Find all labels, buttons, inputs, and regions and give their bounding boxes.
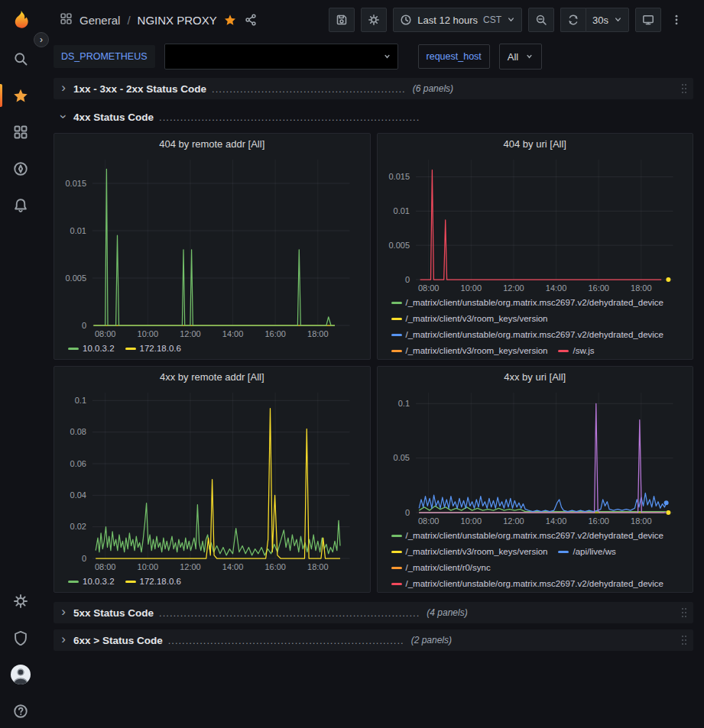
ds-prometheus-select[interactable]	[164, 44, 398, 70]
panel-title[interactable]: 4xx by remote addr [All]	[54, 367, 370, 387]
panel-grid: 404 by remote addr [All] 08:0010:0012:00…	[54, 133, 693, 593]
time-range-picker[interactable]: Last 12 hours CST	[393, 8, 522, 32]
legend-series-label: /_matrix/client/r0/sync	[406, 562, 491, 573]
legend-item[interactable]: /_matrix/client/v3/room_keys/version	[391, 313, 548, 324]
zoom-out-button[interactable]	[528, 8, 554, 32]
legend-item[interactable]: /_matrix/client/v3/room_keys/version	[391, 546, 548, 557]
legend-item[interactable]: 10.0.3.2	[68, 343, 115, 354]
legend-series-swatch	[391, 567, 402, 569]
breadcrumb-folder[interactable]: General	[79, 14, 120, 27]
apps-grid-icon	[13, 125, 28, 140]
refresh-interval-dropdown[interactable]: 30s	[586, 8, 629, 32]
svg-text:18:00: 18:00	[307, 562, 329, 571]
panel-4xx-by-uri: 4xx by uri [All] 08:0010:0012:0014:0016:…	[377, 366, 694, 593]
legend-series-label: /_matrix/client/unstable/org.matrix.msc2…	[406, 297, 664, 308]
kebab-menu-button[interactable]	[667, 8, 692, 32]
svg-text:12:00: 12:00	[503, 516, 524, 526]
row-drag-handle[interactable]	[680, 607, 688, 619]
request-host-select[interactable]: All	[499, 44, 542, 70]
sidebar-item-server-admin[interactable]	[0, 621, 41, 655]
legend-item[interactable]: /_matrix/client/unstable/org.matrix.msc2…	[391, 329, 664, 340]
dashboard-toolbar: Last 12 hours CST	[329, 8, 692, 32]
sidebar-item-help[interactable]	[0, 694, 41, 728]
legend-series-label: /api/live/ws	[573, 546, 615, 557]
sidebar-item-dashboards[interactable]	[0, 115, 41, 149]
timeseries-chart[interactable]: 08:0010:0012:0014:0016:0018:0000.020.040…	[59, 387, 362, 574]
panel-title[interactable]: 4xx by uri [All]	[378, 367, 693, 387]
legend-series-swatch	[391, 535, 402, 537]
legend-item[interactable]: /_matrix/client/unstable/org.matrix.msc2…	[391, 530, 664, 541]
svg-text:08:00: 08:00	[417, 516, 439, 526]
sidebar-item-starred[interactable]	[0, 79, 41, 112]
row-4xx-status-code[interactable]: › 4xx Status Code ......................…	[54, 105, 693, 128]
row-dots: ........................................…	[159, 112, 420, 123]
svg-text:0: 0	[82, 554, 86, 563]
legend-item[interactable]: 172.18.0.6	[125, 343, 181, 354]
sidebar-item-configuration[interactable]	[0, 584, 41, 618]
dashboard-settings-button[interactable]	[361, 8, 387, 32]
variable-label-request-host: request_host	[418, 44, 490, 69]
row-title: 4xx Status Code	[73, 112, 154, 123]
tv-mode-button[interactable]	[635, 8, 661, 32]
timeseries-chart[interactable]: 08:0010:0012:0014:0016:0018:0000.0050.01…	[382, 154, 686, 295]
gear-icon	[368, 14, 380, 26]
timeseries-chart[interactable]: 08:0010:0012:0014:0016:0018:0000.0050.01…	[59, 154, 362, 341]
row-title: 1xx - 3xx - 2xx Status Code	[73, 83, 206, 95]
row-panel-count: (6 panels)	[413, 83, 453, 94]
chevron-down-icon: ›	[57, 112, 70, 121]
row-panel-count: (4 panels)	[427, 607, 467, 618]
svg-text:16:00: 16:00	[588, 516, 609, 526]
legend-item[interactable]: /_matrix/client/unstable/org.matrix.msc2…	[391, 297, 664, 308]
svg-text:0.01: 0.01	[393, 206, 409, 215]
panel-title[interactable]: 404 by remote addr [All]	[54, 134, 370, 154]
sidebar-nav-top	[0, 42, 41, 222]
legend-item[interactable]: 10.0.3.2	[68, 576, 115, 587]
legend-item[interactable]: 172.18.0.6	[125, 576, 181, 587]
breadcrumb-dashboard-title[interactable]: NGINX PROXY	[138, 14, 217, 27]
grafana-logo-icon[interactable]	[10, 8, 31, 31]
star-icon	[13, 88, 28, 103]
chevron-right-icon: ›	[59, 633, 68, 645]
legend-item[interactable]: /_matrix/client/unstable/org.matrix.msc2…	[391, 578, 664, 588]
breadcrumb-separator: /	[127, 14, 130, 27]
refresh-interval-label: 30s	[592, 15, 608, 26]
panel-legend: /_matrix/client/unstable/org.matrix.msc2…	[382, 528, 686, 588]
row-5xx-status-code[interactable]: › 5xx Status Code ......................…	[54, 602, 693, 623]
favorite-star-icon[interactable]	[224, 14, 236, 26]
legend-item[interactable]: /_matrix/client/v3/room_keys/version	[391, 345, 548, 355]
sidebar-item-search[interactable]	[0, 42, 41, 76]
sidebar-expand-button[interactable]: ›	[34, 32, 49, 47]
svg-text:12:00: 12:00	[180, 329, 201, 338]
panel-legend: /_matrix/client/unstable/org.matrix.msc2…	[382, 295, 686, 355]
row-drag-handle[interactable]	[680, 83, 688, 95]
avatar	[11, 665, 31, 684]
sidebar-item-profile[interactable]	[0, 658, 41, 691]
svg-text:14:00: 14:00	[222, 329, 244, 338]
chevron-right-icon: ›	[59, 81, 68, 94]
svg-text:18:00: 18:00	[631, 516, 652, 526]
timeseries-chart[interactable]: 08:0010:0012:0014:0016:0018:0000.050.1	[382, 387, 686, 528]
compass-icon	[13, 161, 28, 176]
dashboard-variables-bar: DS_PROMETHEUS request_host All	[41, 40, 704, 73]
panel-legend: 10.0.3.2172.18.0.6	[59, 341, 362, 355]
legend-series-label: /_matrix/client/unstable/org.matrix.msc2…	[406, 329, 664, 340]
legend-item[interactable]: /_matrix/client/r0/sync	[391, 562, 491, 573]
panel-title[interactable]: 404 by uri [All]	[378, 134, 693, 154]
legend-series-label: /_matrix/client/unstable/org.matrix.msc2…	[406, 530, 664, 541]
legend-item[interactable]: /sw.js	[558, 345, 594, 355]
row-drag-handle[interactable]	[680, 634, 688, 646]
dashboard-header: General / NGINX PROXY	[41, 0, 704, 40]
legend-series-label: 172.18.0.6	[140, 343, 181, 354]
save-dashboard-button[interactable]	[329, 8, 355, 32]
refresh-button[interactable]	[560, 8, 586, 32]
panel-4xx-by-remote-addr: 4xx by remote addr [All] 08:0010:0012:00…	[54, 366, 371, 593]
kebab-menu-icon	[670, 14, 683, 26]
svg-text:16:00: 16:00	[588, 283, 609, 293]
legend-item[interactable]: /api/live/ws	[558, 546, 615, 557]
panel-legend: 10.0.3.2172.18.0.6	[59, 574, 362, 588]
share-icon[interactable]	[245, 14, 257, 26]
row-6xx-status-code[interactable]: › 6xx > Status Code ....................…	[54, 629, 693, 651]
sidebar-item-alerting[interactable]	[0, 189, 41, 222]
sidebar-item-explore[interactable]	[0, 152, 41, 186]
row-1xx-3xx-2xx-status-code[interactable]: › 1xx - 3xx - 2xx Status Code ..........…	[54, 78, 693, 99]
